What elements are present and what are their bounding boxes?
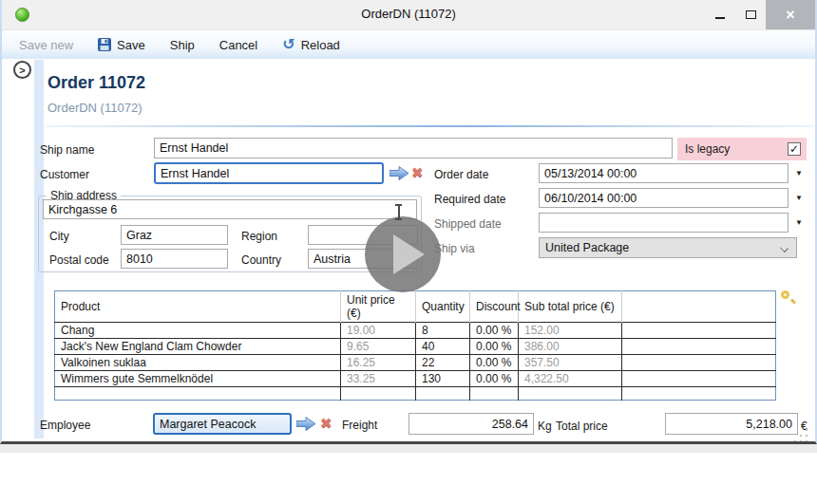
open-employee-arrow-icon[interactable] (296, 417, 316, 431)
col-product[interactable]: Product (55, 291, 341, 323)
resize-grip[interactable] (794, 429, 808, 442)
table-row[interactable]: Jack's New England Clam Chowder9.65400.0… (55, 339, 776, 355)
col-subtotal[interactable]: Sub total price (€) (519, 291, 622, 323)
minimize-icon (715, 17, 725, 19)
customer-input[interactable]: Ernst Handel (154, 162, 384, 184)
table-cell (622, 355, 776, 371)
table-cell: 0.00 % (470, 339, 519, 355)
required-date-label: Required date (434, 193, 505, 206)
postal-code-label: Postal code (49, 253, 109, 267)
table-cell (55, 387, 341, 401)
table-row[interactable]: Valkoinen suklaa16.25220.00 %357.50 (55, 355, 776, 371)
window-title: OrderDN (11072) (2, 7, 815, 21)
table-cell: 8 (416, 323, 470, 339)
table-cell: 40 (416, 339, 470, 355)
table-cell (416, 387, 470, 401)
table-cell: 152.00 (519, 323, 622, 339)
employee-label: Employee (40, 419, 90, 432)
open-customer-arrow-icon[interactable] (390, 166, 409, 180)
address-input[interactable]: Kirchgasse 6 (43, 199, 417, 219)
save-new-button[interactable]: Save new (19, 38, 73, 52)
table-cell: 130 (416, 371, 470, 387)
table-cell: 22 (416, 355, 470, 371)
table-row[interactable]: Wimmers gute Semmelknödel33.251300.00 %4… (55, 371, 776, 387)
cancel-label: Cancel (219, 38, 257, 52)
col-empty (622, 291, 776, 323)
freight-unit-label: Kg (538, 420, 552, 433)
ship-name-input[interactable]: Ernst Handel (154, 138, 673, 159)
ship-name-label: Ship name (40, 143, 94, 157)
table-cell: 357.50 (519, 355, 622, 371)
maximize-button[interactable] (735, 0, 766, 29)
order-date-label: Order date (434, 168, 488, 181)
order-date-input[interactable]: 05/13/2014 00:00 (539, 163, 788, 183)
shipped-date-input[interactable] (539, 213, 788, 233)
total-price-input[interactable]: 5,218.00 (665, 413, 798, 435)
reload-icon: ↺ (282, 40, 294, 49)
close-button[interactable]: × (766, 0, 815, 29)
region-label: Region (241, 230, 277, 243)
products-table-container: Product Unit price (€) Quantity Discount… (54, 290, 776, 401)
clear-employee-icon[interactable]: ✖ (320, 415, 332, 432)
table-cell (622, 371, 776, 387)
table-cell: Jack's New England Clam Chowder (55, 339, 341, 355)
ship-via-select[interactable]: United Package (539, 237, 797, 258)
ship-via-value: United Package (545, 241, 629, 254)
is-legacy-panel: Is legacy ✓ (677, 138, 807, 160)
ship-button[interactable]: Ship (170, 38, 195, 52)
table-cell: 0.00 % (470, 371, 519, 387)
cancel-button[interactable]: Cancel (219, 38, 257, 52)
table-cell: Valkoinen suklaa (55, 355, 341, 371)
employee-input[interactable]: Margaret Peacock (153, 413, 292, 435)
ship-via-chevron-icon (780, 244, 788, 252)
freight-label: Freight (342, 419, 377, 432)
table-cell (519, 387, 622, 401)
table-cell: 19.00 (341, 323, 416, 339)
col-quantity[interactable]: Quantity (416, 291, 470, 323)
minimize-button[interactable] (705, 0, 735, 29)
toolbar: Save new Save Ship Cancel ↺ Reload (2, 29, 815, 59)
panel-expander-button[interactable]: > (13, 61, 31, 79)
required-date-dropdown-icon[interactable]: ▼ (795, 194, 803, 202)
col-discount[interactable]: Discount (470, 291, 519, 323)
ship-label: Ship (170, 38, 195, 52)
text-cursor (394, 204, 403, 220)
is-legacy-label: Is legacy (685, 142, 788, 156)
clear-customer-icon[interactable]: ✖ (411, 164, 424, 181)
postal-code-input[interactable]: 8010 (121, 249, 228, 269)
products-table-body: Chang19.0080.00 %152.00Jack's New Englan… (55, 323, 776, 401)
save-label: Save (117, 38, 145, 52)
table-cell: 4,322.50 (519, 371, 622, 387)
col-unit-price[interactable]: Unit price (€) (341, 291, 416, 323)
city-input[interactable]: Graz (121, 225, 228, 245)
table-cell (470, 387, 519, 401)
table-cell: 0.00 % (470, 323, 519, 339)
maximize-icon (746, 10, 756, 19)
table-row[interactable]: Chang19.0080.00 %152.00 (55, 323, 776, 339)
table-cell (341, 387, 416, 401)
play-icon (393, 234, 425, 274)
order-date-dropdown-icon[interactable]: ▼ (795, 169, 803, 177)
shipped-date-dropdown-icon[interactable]: ▼ (795, 218, 803, 227)
freight-input[interactable]: 258.64 (408, 413, 534, 435)
save-new-label: Save new (19, 38, 73, 52)
required-date-input[interactable]: 06/10/2014 00:00 (539, 188, 788, 208)
close-icon: × (786, 7, 794, 24)
is-legacy-checkbox[interactable]: ✓ (788, 142, 801, 156)
chevron-right-icon: > (19, 65, 25, 76)
search-icon[interactable] (781, 290, 796, 306)
header-separator (46, 125, 813, 127)
title-bar: OrderDN (11072) × (2, 0, 815, 29)
save-button[interactable]: Save (98, 38, 145, 52)
table-cell: 16.25 (341, 355, 416, 371)
total-price-label: Total price (556, 420, 608, 433)
table-cell: 9.65 (341, 339, 416, 355)
city-label: City (49, 230, 69, 243)
shipped-date-label: Shipped date (434, 217, 502, 231)
video-play-overlay[interactable] (365, 216, 441, 292)
page-title: Order 11072 (48, 73, 145, 93)
table-cell: Chang (55, 323, 341, 339)
table-cell (622, 323, 776, 339)
reload-button[interactable]: ↺ Reload (282, 38, 340, 52)
table-empty-row[interactable] (55, 387, 776, 401)
